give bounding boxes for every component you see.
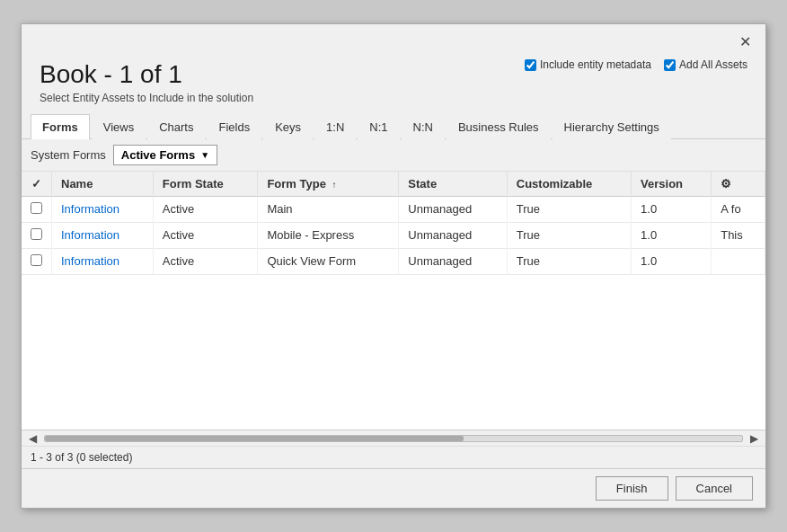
row-checkbox-cell[interactable]: [22, 248, 52, 274]
scrollbar-thumb: [45, 436, 464, 441]
dialog-subtitle: Select Entity Assets to Include in the s…: [40, 92, 747, 104]
row-name[interactable]: Information: [52, 248, 154, 274]
row-checkbox[interactable]: [31, 202, 42, 214]
add-all-assets-label[interactable]: Add All Assets: [664, 58, 747, 71]
data-table: ✓ Name Form State Form Type ↑ State Cust…: [22, 172, 765, 275]
col-form-type[interactable]: Form Type ↑: [258, 172, 399, 197]
row-version: 1.0: [632, 196, 712, 222]
close-button[interactable]: ✕: [734, 31, 756, 52]
tab-views[interactable]: Views: [92, 114, 146, 139]
horizontal-scrollbar[interactable]: ◀ ▶: [22, 430, 765, 446]
row-customizable: True: [507, 248, 631, 274]
scrollbar-track[interactable]: [44, 435, 743, 442]
tab-nn[interactable]: N:N: [402, 114, 445, 139]
table-row: InformationActiveMobile - ExpressUnmanag…: [22, 222, 765, 248]
row-checkbox[interactable]: [31, 228, 42, 240]
tab-forms[interactable]: Forms: [31, 114, 90, 139]
row-form-type: Main: [258, 196, 399, 222]
sort-icon: ↑: [332, 180, 336, 190]
col-state[interactable]: State: [399, 172, 507, 197]
col-customizable[interactable]: Customizable: [507, 172, 631, 197]
row-checkbox-cell[interactable]: [22, 196, 52, 222]
row-version: 1.0: [632, 222, 712, 248]
row-checkbox-cell[interactable]: [22, 222, 52, 248]
status-text: 1 - 3 of 3 (0 selected): [31, 451, 132, 464]
dialog-footer: Finish Cancel: [22, 468, 765, 508]
cancel-button[interactable]: Cancel: [676, 476, 753, 501]
tab-keys[interactable]: Keys: [263, 114, 313, 139]
scroll-left-icon[interactable]: ◀: [25, 432, 40, 445]
row-extra: This: [712, 222, 765, 248]
table-row: InformationActiveMainUnmanagedTrue1.0A f…: [22, 196, 765, 222]
header-checkboxes: Include entity metadata Add All Assets: [525, 58, 747, 71]
subfilter-prefix-label: System Forms: [31, 148, 106, 162]
active-forms-dropdown[interactable]: Active Forms ▼: [113, 145, 217, 165]
tab-fields[interactable]: Fields: [207, 114, 261, 139]
tab-business-rules[interactable]: Business Rules: [447, 114, 551, 139]
row-customizable: True: [507, 222, 631, 248]
col-version[interactable]: Version: [632, 172, 712, 197]
dialog: ✕ Book - 1 of 1 Select Entity Assets to …: [21, 23, 766, 509]
active-forms-label: Active Forms: [121, 148, 195, 162]
row-extra: [712, 248, 765, 274]
row-form-type: Mobile - Express: [258, 222, 399, 248]
row-state: Unmanaged: [399, 222, 507, 248]
tab-charts[interactable]: Charts: [147, 114, 205, 139]
col-extra[interactable]: ⚙: [712, 172, 765, 197]
row-form-type: Quick View Form: [258, 248, 399, 274]
row-version: 1.0: [632, 248, 712, 274]
tab-n1[interactable]: N:1: [358, 114, 399, 139]
include-metadata-checkbox[interactable]: [525, 59, 536, 71]
dialog-header: Book - 1 of 1 Select Entity Assets to In…: [22, 56, 765, 113]
include-metadata-label[interactable]: Include entity metadata: [525, 58, 651, 71]
row-name[interactable]: Information: [52, 196, 154, 222]
table-row: InformationActiveQuick View FormUnmanage…: [22, 248, 765, 274]
row-name[interactable]: Information: [52, 222, 154, 248]
data-table-wrapper: ✓ Name Form State Form Type ↑ State Cust…: [22, 172, 765, 430]
table-body: InformationActiveMainUnmanagedTrue1.0A f…: [22, 196, 765, 274]
status-bar: 1 - 3 of 3 (0 selected): [22, 446, 765, 468]
row-form-state: Active: [153, 222, 258, 248]
row-form-state: Active: [153, 196, 258, 222]
col-name[interactable]: Name: [52, 172, 154, 197]
scroll-right-icon[interactable]: ▶: [747, 432, 762, 445]
row-checkbox[interactable]: [31, 254, 42, 266]
tab-hierarchy-settings[interactable]: Hierarchy Settings: [553, 114, 671, 139]
tab-1n[interactable]: 1:N: [314, 114, 356, 139]
row-state: Unmanaged: [399, 248, 507, 274]
chevron-down-icon: ▼: [200, 150, 209, 160]
row-extra: A fo: [712, 196, 765, 222]
table-header-row: ✓ Name Form State Form Type ↑ State Cust…: [22, 172, 765, 197]
finish-button[interactable]: Finish: [596, 476, 668, 501]
tabs-bar: Forms Views Charts Fields Keys 1:N N:1 N…: [22, 113, 765, 139]
row-state: Unmanaged: [399, 196, 507, 222]
subfilter-bar: System Forms Active Forms ▼: [22, 139, 765, 172]
col-check[interactable]: ✓: [22, 172, 52, 197]
row-form-state: Active: [153, 248, 258, 274]
add-all-assets-checkbox[interactable]: [664, 59, 676, 71]
col-form-state[interactable]: Form State: [153, 172, 258, 197]
row-customizable: True: [507, 196, 631, 222]
title-bar: ✕: [22, 24, 765, 56]
